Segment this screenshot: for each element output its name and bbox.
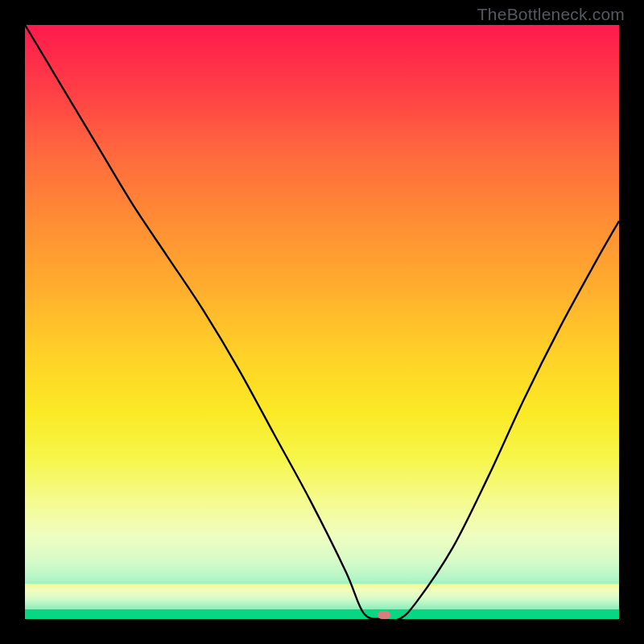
watermark-text: TheBottleneck.com [477,5,625,24]
bottleneck-curve-line [25,25,619,619]
plot-area [25,25,619,619]
optimal-marker [378,611,390,619]
chart-viewport: TheBottleneck.com [0,0,644,644]
